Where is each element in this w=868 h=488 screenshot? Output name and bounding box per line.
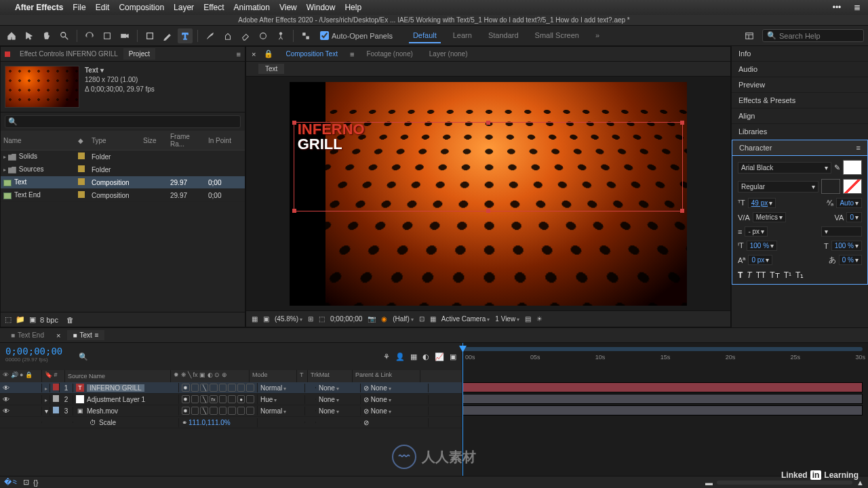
new-folder-icon[interactable]: 📁	[16, 315, 25, 324]
menu-layer[interactable]: Layer	[174, 3, 194, 12]
panel-preview[interactable]: Preview	[732, 77, 868, 93]
subscript-icon[interactable]: T₁	[795, 270, 804, 280]
vscale-field[interactable]: 100 % ▾	[747, 241, 777, 251]
font-family-dropdown[interactable]: Arial Black▾	[738, 162, 831, 174]
layer-bar[interactable]	[462, 382, 863, 392]
search-help-input[interactable]: 🔍 Search Help	[762, 29, 864, 42]
menu-effect[interactable]: Effect	[203, 3, 224, 12]
home-icon[interactable]	[4, 28, 19, 43]
transparency-grid-icon[interactable]: ▣	[263, 315, 269, 323]
timeline-layer-row[interactable]: 👁 1 TINFERNO GRILL ✹╲ Normal None ⊘ None	[0, 382, 462, 394]
timeline-layer-row[interactable]: 👁 ▾ 3 ▣Mesh.mov ✹╲ Normal None ⊘ None	[0, 405, 462, 417]
channel-icon[interactable]: ◉	[381, 315, 387, 323]
project-row[interactable]: TextComposition29.970;00	[1, 176, 245, 189]
timeline-timecode[interactable]: 0;00;00;00 00000 (29.97 fps)	[0, 343, 75, 370]
comp-subtab[interactable]: Text	[258, 64, 284, 74]
bold-icon[interactable]: T	[738, 270, 743, 280]
layer-bar[interactable]	[462, 394, 863, 404]
project-row[interactable]: SourcesFolder	[1, 163, 245, 176]
workspace-small-screen[interactable]: Small Screen	[531, 28, 583, 43]
workspace-more-icon[interactable]: »	[591, 28, 604, 43]
menu-help[interactable]: Help	[344, 3, 361, 12]
viewer-tab-footage[interactable]: Footage (none)	[362, 49, 416, 59]
eraser-tool-icon[interactable]	[238, 28, 253, 43]
smallcaps-icon[interactable]: Tᴛ	[770, 270, 779, 280]
timeline-property-row[interactable]: ⏱ Scale ⚭ 111.0,111.0% ⊘	[0, 417, 462, 428]
superscript-icon[interactable]: T¹	[784, 270, 791, 280]
tab-menu-icon[interactable]: ≡	[350, 50, 354, 58]
exposure-icon[interactable]: ☀	[536, 315, 542, 323]
timeline-ruler[interactable]: 00s05s10s15s20s25s30s	[462, 343, 868, 370]
project-row[interactable]: SolidsFolder	[1, 150, 245, 163]
graph-editor-icon[interactable]: 📈	[435, 352, 444, 361]
selection-bounding-box[interactable]	[294, 122, 683, 211]
stroke-width-field[interactable]: - px ▾	[745, 226, 768, 237]
constrain-icon[interactable]: ⚭	[182, 419, 187, 426]
timeline-tab-text-end[interactable]: ■ Text End	[5, 330, 50, 340]
effect-controls-tab[interactable]: Effect Controls INFERNO GRILL	[14, 48, 123, 60]
close-tab-icon[interactable]: ×	[56, 331, 60, 340]
panel-align[interactable]: Align	[732, 108, 868, 124]
project-tab[interactable]: Project	[123, 48, 155, 60]
selection-tool-icon[interactable]	[22, 28, 37, 43]
composition-canvas[interactable]: INFERNO GRILL	[290, 82, 687, 306]
timeline-tab-text[interactable]: ■ Text ≡	[67, 330, 104, 340]
roi-icon[interactable]: ⬚	[319, 315, 325, 323]
panel-libraries[interactable]: Libraries	[732, 124, 868, 140]
shy-icon[interactable]: 👤	[395, 352, 405, 361]
current-time[interactable]: 0;00;00;00	[330, 315, 362, 323]
workspace-default[interactable]: Default	[409, 28, 441, 43]
always-preview-icon[interactable]: ▦	[252, 315, 258, 323]
menu-window[interactable]: Window	[307, 3, 336, 12]
lock-icon[interactable]: 🔒	[264, 49, 273, 58]
comp-flowchart-icon[interactable]: ⚘	[383, 352, 390, 361]
snapshot-icon[interactable]: 📷	[368, 315, 376, 323]
views-dropdown[interactable]: 1 View	[495, 315, 519, 323]
viewer-tab-comp[interactable]: Composition Text	[281, 49, 342, 59]
baseline-field[interactable]: 0 px ▾	[748, 255, 772, 265]
layer-bar[interactable]	[462, 405, 863, 415]
fast-preview-icon[interactable]: ⊡	[419, 315, 425, 323]
menu-file[interactable]: File	[73, 3, 85, 12]
workspace-layout-icon[interactable]	[742, 28, 757, 43]
hand-tool-icon[interactable]	[39, 28, 54, 43]
panel-effects-presets[interactable]: Effects & Presets	[732, 93, 868, 108]
frame-blend-icon[interactable]: ▦	[410, 352, 417, 361]
eyedropper-icon[interactable]: ✎	[834, 163, 840, 172]
project-table[interactable]: Name ◆ Type Size Frame Ra... In Point So…	[1, 131, 245, 312]
panel-menu-icon[interactable]: ≡	[233, 50, 245, 58]
zoom-slider[interactable]	[717, 481, 852, 485]
panel-character[interactable]: Character≡	[732, 140, 868, 156]
list-icon[interactable]: ≣	[852, 2, 863, 13]
viewer-tab-layer[interactable]: Layer (none)	[425, 49, 472, 59]
clone-tool-icon[interactable]	[220, 28, 235, 43]
project-search-input[interactable]: 🔍	[5, 115, 241, 128]
zoom-out-icon[interactable]: ▬	[705, 479, 713, 487]
stopwatch-icon[interactable]: ⏱	[90, 419, 96, 426]
stroke-color-swatch[interactable]	[821, 179, 840, 194]
new-comp-icon[interactable]: ▣	[29, 315, 36, 324]
snap-icon[interactable]	[298, 28, 313, 43]
roto-tool-icon[interactable]	[256, 28, 271, 43]
fill-color-swatch[interactable]	[843, 160, 862, 175]
workspace-standard[interactable]: Standard	[484, 28, 523, 43]
hscale-field[interactable]: 100 % ▾	[831, 241, 862, 251]
camera-dropdown[interactable]: Active Camera	[441, 315, 490, 323]
orbit-tool-icon[interactable]	[82, 28, 97, 43]
timeline-tracks[interactable]	[462, 370, 868, 476]
menu-animation[interactable]: Animation	[234, 3, 270, 12]
draft-3d-icon[interactable]: ▣	[450, 352, 456, 361]
motion-blur-icon[interactable]: ◐	[422, 352, 429, 361]
stroke-style-dropdown[interactable]: ▾	[821, 226, 862, 237]
leading-field[interactable]: Auto ▾	[836, 198, 862, 208]
rotation-tool-icon[interactable]	[100, 28, 115, 43]
allcaps-icon[interactable]: TT	[756, 270, 766, 280]
viewer-viewport[interactable]: INFERNO GRILL	[246, 77, 730, 310]
shape-tool-icon[interactable]	[142, 28, 157, 43]
zoom-tool-icon[interactable]	[57, 28, 72, 43]
brush-tool-icon[interactable]	[203, 28, 218, 43]
project-row[interactable]: Text EndComposition29.970;00	[1, 189, 245, 202]
project-thumbnail[interactable]	[5, 66, 79, 108]
notification-icon[interactable]: •••	[831, 2, 842, 13]
app-name[interactable]: After Effects	[15, 3, 63, 12]
